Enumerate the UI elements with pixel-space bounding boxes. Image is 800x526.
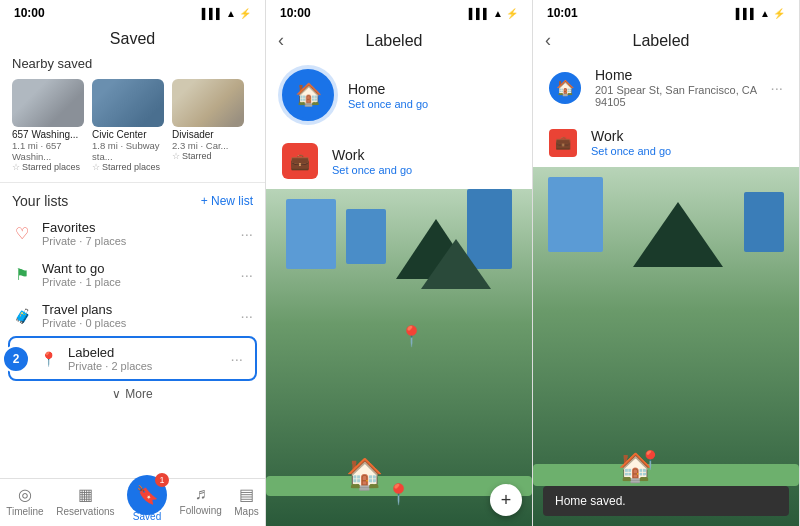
work-name-3: Work (591, 128, 783, 144)
screen2-title: Labeled (292, 32, 496, 50)
list-item-travel[interactable]: 🧳 Travel plans Private · 0 places ··· (0, 295, 265, 336)
work-name: Work (332, 147, 516, 163)
status-bar-2: 10:00 ▌▌▌ ▲ ⚡ (266, 0, 532, 22)
page-title-saved: Saved (0, 22, 265, 52)
more-button[interactable]: ∨ More (0, 381, 265, 407)
status-icons-2: ▌▌▌ ▲ ⚡ (469, 8, 518, 19)
home-address-3: 201 Spear St, San Francisco, CA 94105 (595, 84, 756, 108)
nearby-card-tag-1: ☆ Starred places (92, 162, 164, 172)
labeled-more-button[interactable]: ··· (230, 350, 243, 367)
battery-icon-3: ⚡ (773, 8, 785, 19)
time-3: 10:01 (547, 6, 578, 20)
home-name: Home (348, 81, 516, 97)
wifi-icon-3: ▲ (760, 8, 770, 19)
star-icon-0: ☆ (12, 162, 20, 172)
screen3-header: ‹ Labeled (533, 22, 799, 57)
mountain-3 (633, 202, 723, 267)
work-info: Work Set once and go (332, 147, 516, 176)
saved-icon: 🔖 (136, 484, 158, 506)
new-list-button[interactable]: + New list (201, 194, 253, 208)
saved-circle: 🔖 1 (127, 475, 167, 515)
bottom-tabs: ◎ Timeline ▦ Reservations 🔖 1 Saved ♬ Fo… (0, 478, 265, 526)
tab-timeline[interactable]: ◎ Timeline (0, 483, 49, 524)
wantgo-more-button[interactable]: ··· (240, 266, 253, 283)
home-info: Home Set once and go (348, 81, 516, 110)
back-button-3[interactable]: ‹ (545, 30, 551, 51)
map-plus-button[interactable]: + (490, 484, 522, 516)
work-action[interactable]: Set once and go (332, 164, 516, 176)
nearby-card-tag-0: ☆ Starred places (12, 162, 84, 172)
map-pin-1: 📍 (399, 324, 424, 348)
status-icons-1: ▌▌▌ ▲ ⚡ (202, 8, 251, 19)
tab-maps-label: Maps (234, 506, 258, 517)
lists-header: Your lists + New list (0, 187, 265, 213)
nearby-card-name-2: Divisader (172, 129, 244, 140)
screen3-phone: 10:01 ▌▌▌ ▲ ⚡ ‹ Labeled 🏠 Home 201 Spear… (533, 0, 800, 526)
labeled-name: Labeled (68, 345, 220, 360)
labeled-icon: 📍 (38, 349, 58, 369)
time-1: 10:00 (14, 6, 45, 20)
screen2-header: ‹ Labeled (266, 22, 532, 57)
labeled-work-item-3[interactable]: 💼 Work Set once and go (533, 118, 799, 167)
building-2 (346, 209, 386, 264)
labeled-sub: Private · 2 places (68, 360, 220, 372)
nearby-scroll-area: 657 Washing... 1.1 mi · 657 Washin... ☆ … (0, 75, 265, 178)
back-button-2[interactable]: ‹ (278, 30, 284, 51)
divider-1 (0, 182, 265, 183)
saved-badge: 1 (155, 473, 169, 487)
nearby-card-img-2 (172, 79, 244, 127)
nearby-card-name-0: 657 Washing... (12, 129, 84, 140)
status-icons-3: ▌▌▌ ▲ ⚡ (736, 8, 785, 19)
labeled-home-item[interactable]: 🏠 Home Set once and go (266, 57, 532, 133)
tab-maps[interactable]: ▤ Maps (228, 483, 264, 524)
tab-saved[interactable]: 🔖 1 Saved (121, 473, 173, 524)
list-item-wantgo[interactable]: ⚑ Want to go Private · 1 place ··· (0, 254, 265, 295)
tab-reservations-label: Reservations (56, 506, 114, 517)
reservations-icon: ▦ (78, 485, 93, 504)
labeled-home-item-3[interactable]: 🏠 Home 201 Spear St, San Francisco, CA 9… (533, 57, 799, 118)
favorites-more-button[interactable]: ··· (240, 225, 253, 242)
home-action[interactable]: Set once and go (348, 98, 516, 110)
home-info-3: Home 201 Spear St, San Francisco, CA 941… (595, 67, 756, 108)
map-house: 🏠 (346, 456, 383, 491)
timeline-icon: ◎ (18, 485, 32, 504)
nearby-card-dist-2: 2.3 mi · Car... (172, 140, 244, 151)
labeled-badge: 2 (2, 345, 30, 373)
list-item-favorites[interactable]: ♡ Favorites Private · 7 places ··· (0, 213, 265, 254)
home-name-3: Home (595, 67, 756, 83)
travel-info: Travel plans Private · 0 places (42, 302, 230, 329)
road-3 (533, 464, 799, 486)
screen2-phone: 10:00 ▌▌▌ ▲ ⚡ ‹ Labeled 🏠 Home Set once … (266, 0, 533, 526)
map-area-2: 🏠 📍 📍 + (266, 189, 532, 526)
labeled-info: Labeled Private · 2 places (68, 345, 220, 372)
building-3a (548, 177, 603, 252)
home-more-button-3[interactable]: ··· (770, 79, 783, 96)
nearby-card-2[interactable]: Divisader 2.3 mi · Car... ☆ Starred (172, 79, 244, 172)
map-pin-3: 📍 (639, 449, 661, 471)
nearby-saved-heading: Nearby saved (0, 52, 265, 75)
list-item-labeled[interactable]: 2 📍 Labeled Private · 2 places ··· (8, 336, 257, 381)
nearby-card-0[interactable]: 657 Washing... 1.1 mi · 657 Washin... ☆ … (12, 79, 84, 172)
work-action-3[interactable]: Set once and go (591, 145, 783, 157)
wifi-icon-2: ▲ (493, 8, 503, 19)
wantgo-icon: ⚑ (12, 265, 32, 285)
signal-icon-2: ▌▌▌ (469, 8, 490, 19)
tab-timeline-label: Timeline (6, 506, 43, 517)
nearby-card-dist-1: 1.8 mi · Subway sta... (92, 140, 164, 162)
status-bar-1: 10:00 ▌▌▌ ▲ ⚡ (0, 0, 265, 22)
signal-icon: ▌▌▌ (202, 8, 223, 19)
star-icon-2: ☆ (172, 151, 180, 161)
travel-more-button[interactable]: ··· (240, 307, 253, 324)
labeled-work-item[interactable]: 💼 Work Set once and go (266, 133, 532, 189)
nearby-card-1[interactable]: Civic Center 1.8 mi · Subway sta... ☆ St… (92, 79, 164, 172)
tab-reservations[interactable]: ▦ Reservations (50, 483, 120, 524)
wantgo-info: Want to go Private · 1 place (42, 261, 230, 288)
signal-icon-3: ▌▌▌ (736, 8, 757, 19)
tabs-row: ◎ Timeline ▦ Reservations 🔖 1 Saved ♬ Fo… (0, 479, 265, 526)
wifi-icon: ▲ (226, 8, 236, 19)
favorites-icon: ♡ (12, 224, 32, 244)
map-pin-2: 📍 (386, 482, 411, 506)
screen3-title: Labeled (559, 32, 763, 50)
travel-sub: Private · 0 places (42, 317, 230, 329)
tab-following[interactable]: ♬ Following (174, 483, 228, 524)
